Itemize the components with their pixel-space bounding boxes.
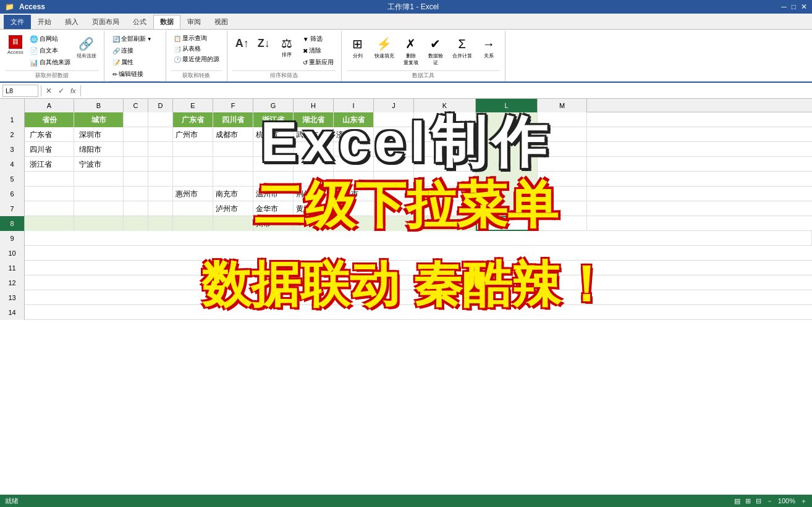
cell-5f[interactable] [213,172,253,186]
cell-8l[interactable] [476,216,538,231]
cell-3c[interactable] [124,142,148,157]
btn-clear[interactable]: ✖ 清除 [300,45,336,56]
btn-sort-custom[interactable]: ⚖ 排序 [276,33,298,60]
cell-2k[interactable] [414,127,476,142]
cell-1f[interactable]: 四川省 [213,112,253,127]
window-controls[interactable]: ─ □ ✕ [781,2,807,11]
btn-remove-dup[interactable]: ✗ 删除重复项 [400,33,422,68]
cell-2c[interactable] [124,127,148,142]
cell-7b[interactable] [74,201,124,216]
cell-2b[interactable]: 深圳市 [74,127,124,142]
cell-6m[interactable] [538,186,587,201]
cell-5i[interactable] [334,172,374,186]
btn-filter[interactable]: ▼ 筛选 [300,33,336,44]
cell-4k[interactable] [414,157,476,172]
cell-1b[interactable]: 城市 [74,112,124,127]
cell-3h[interactable] [294,142,334,157]
btn-existing-connection[interactable]: 🔗 现有连接 [74,33,99,61]
cell-6k[interactable] [414,186,476,201]
col-B[interactable]: B [74,99,124,112]
cell-7h[interactable]: 黄石市 [294,201,334,216]
cell-7i[interactable] [334,201,374,216]
btn-show-query[interactable]: 📋 显示查询 [171,33,222,43]
cell-8j[interactable] [374,216,414,231]
cell-1a[interactable]: 省份 [25,112,74,127]
cell-2f[interactable]: 成都市 [213,127,253,142]
cell-7g[interactable]: 金华市 [253,201,294,216]
cell-5g[interactable] [253,172,294,186]
btn-connections[interactable]: 🔗 连接 [109,45,161,56]
cell-7j[interactable] [374,201,414,216]
formula-input[interactable] [83,85,810,97]
cell-1e[interactable]: 广东省 [173,112,213,127]
col-J[interactable]: J [374,99,414,112]
cell-6h[interactable]: 荆州市 [294,186,334,201]
tab-insert[interactable]: 插入 [58,15,85,29]
confirm-formula-icon[interactable]: ✓ [56,86,66,95]
cell-1i[interactable]: 山东省 [334,112,374,127]
cell-8d[interactable] [148,216,173,231]
cell-2e[interactable]: 广州市 [173,127,213,142]
col-M[interactable]: M [538,99,587,112]
cell-reference-box[interactable]: L8 [2,85,38,97]
cell-6c[interactable] [124,186,148,201]
cell-5e[interactable] [173,172,213,186]
cell-5a[interactable] [25,172,74,186]
cell-2l[interactable] [476,127,538,142]
cell-2h[interactable]: 武汉市 [294,127,334,142]
cell-7l[interactable] [476,201,538,216]
cell-6j[interactable] [374,186,414,201]
cell-3f[interactable] [213,142,253,157]
cell-5h[interactable] [294,172,334,186]
col-L[interactable]: L [476,99,538,112]
tab-view[interactable]: 视图 [208,15,235,29]
cell-3a[interactable]: 四川省 [25,142,74,157]
btn-access[interactable]: 目 Access [5,33,26,57]
cell-6b[interactable] [74,186,124,201]
cell-2i[interactable]: 济南市 [334,127,374,142]
cell-2m[interactable] [538,127,587,142]
cell-4i[interactable] [334,157,374,172]
view-layout-icon[interactable]: ⊞ [745,497,751,505]
zoom-in-icon[interactable]: ＋ [800,497,807,506]
cell-1g[interactable]: 浙江省 [253,112,294,127]
cell-2a[interactable]: 广东省 [25,127,74,142]
maximize-btn[interactable]: □ [792,2,796,11]
btn-sort-az[interactable]: A↑ [232,33,252,53]
cell-5k[interactable] [414,172,476,186]
btn-other-sources[interactable]: 📊 自其他来源 [27,57,73,68]
cell-7k[interactable] [414,201,476,216]
tab-data[interactable]: 数据 [153,15,180,29]
cell-7a[interactable] [25,201,74,216]
cell-4j[interactable] [374,157,414,172]
cell-2g[interactable]: 杭州市 [253,127,294,142]
cell-5c[interactable] [124,172,148,186]
cell-3g[interactable] [253,142,294,157]
cell-4m[interactable] [538,157,587,172]
cell-4d[interactable] [148,157,173,172]
cell-4e[interactable] [173,157,213,172]
cell-3d[interactable] [148,142,173,157]
btn-validation[interactable]: ✔ 数据验证 [425,33,447,68]
tab-file[interactable]: 文件 [4,15,31,29]
col-A[interactable]: A [25,99,74,112]
btn-relationship[interactable]: → 关系 [478,33,500,61]
view-normal-icon[interactable]: ▤ [734,497,740,505]
cell-4c[interactable] [124,157,148,172]
cell-7f[interactable]: 泸州市 [213,201,253,216]
btn-flash-fill[interactable]: ⚡ 快速填充 [371,33,397,61]
cell-4g[interactable] [253,157,294,172]
btn-recent-sources[interactable]: 🕐 最近使用的源 [171,54,222,64]
cell-3i[interactable] [334,142,374,157]
cell-8f[interactable] [213,216,253,231]
cell-5d[interactable] [148,172,173,186]
cell-3k[interactable] [414,142,476,157]
btn-reapply[interactable]: ↺ 重新应用 [300,57,336,68]
cell-8a[interactable] [25,216,74,231]
cell-2d[interactable] [148,127,173,142]
cell-8b[interactable] [74,216,124,231]
cell-6i[interactable]: 临沂市 [334,186,374,201]
minimize-btn[interactable]: ─ [781,2,787,11]
cell-6f[interactable]: 南充市 [213,186,253,201]
col-G[interactable]: G [253,99,294,112]
